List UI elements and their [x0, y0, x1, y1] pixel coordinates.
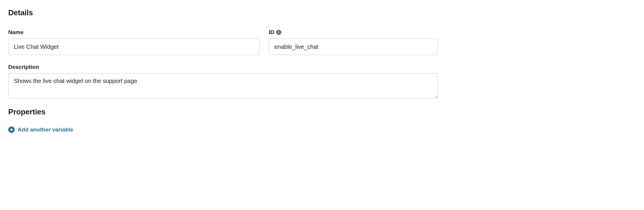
description-input[interactable]: [8, 73, 438, 99]
add-variable-link[interactable]: Add another variable: [8, 126, 73, 133]
plus-circle-icon: [8, 126, 15, 133]
id-field: ID i: [269, 29, 438, 55]
id-label: ID: [269, 29, 274, 36]
description-label: Description: [8, 64, 39, 70]
details-heading: Details: [8, 8, 438, 17]
description-field: Description: [8, 64, 438, 99]
name-label: Name: [8, 29, 24, 36]
name-field: Name: [8, 29, 260, 55]
info-icon[interactable]: i: [276, 30, 281, 35]
name-input[interactable]: [8, 39, 260, 55]
id-input[interactable]: [269, 39, 438, 55]
add-variable-label: Add another variable: [18, 126, 73, 133]
properties-heading: Properties: [8, 107, 438, 116]
